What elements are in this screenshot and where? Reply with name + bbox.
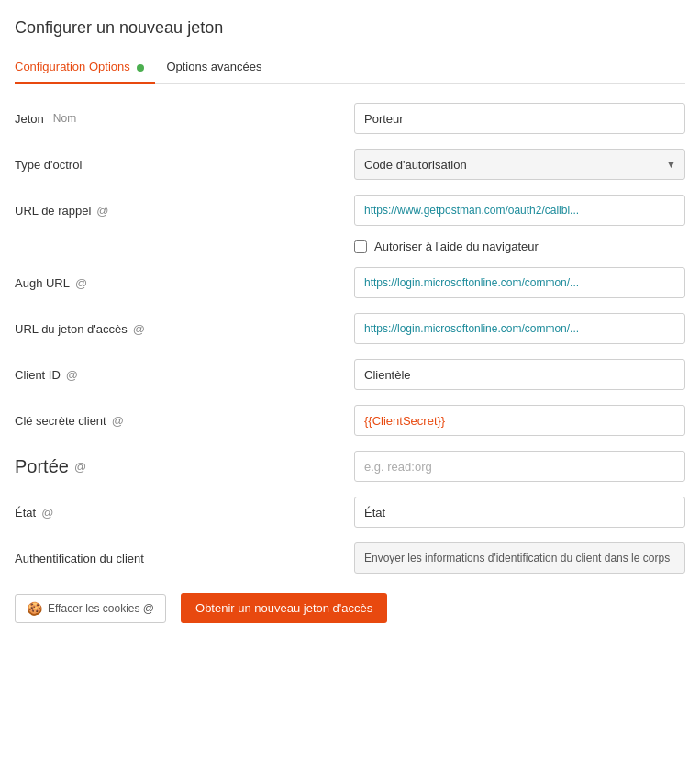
type-octroi-select-wrapper: Code d'autorisation Implicit Password Cr… [354, 149, 685, 180]
augh-url-row: Augh URL @ [15, 266, 685, 299]
autoriser-nav-checkbox[interactable] [354, 240, 367, 253]
jeton-nom-input[interactable] [354, 103, 685, 134]
footer-row: 🍪 Effacer les cookies @ Obtenir un nouve… [15, 593, 685, 623]
jeton-nom-row: Jeton Nom [15, 102, 685, 135]
portee-input[interactable] [354, 451, 685, 482]
cle-secrete-input[interactable] [354, 405, 685, 436]
tab-configuration-label: Configuration Options [15, 60, 130, 73]
url-jeton-label: URL du jeton d'accès @ [15, 322, 354, 336]
client-id-row: Client ID @ [15, 358, 685, 391]
clear-cookies-button[interactable]: 🍪 Effacer les cookies @ [15, 594, 166, 623]
get-token-button[interactable]: Obtenir un nouveau jeton d'accès [181, 593, 387, 623]
etat-row: État @ [15, 496, 685, 529]
tab-configuration[interactable]: Configuration Options [15, 52, 166, 83]
url-rappel-label: URL de rappel @ [15, 204, 354, 218]
autoriser-nav-row: Autoriser à l'aide du navigateur [354, 240, 685, 253]
get-token-label: Obtenir un nouveau jeton d'accès [195, 601, 372, 615]
tabs-row: Configuration Options Options avancées [15, 52, 685, 84]
jeton-nom-label: Jeton Nom [15, 112, 354, 126]
url-rappel-at: @ [96, 204, 108, 218]
auth-client-value[interactable]: Envoyer les informations d'identificatio… [354, 542, 685, 574]
auth-client-label: Authentification du client [15, 552, 354, 565]
autoriser-nav-label: Autoriser à l'aide du navigateur [374, 240, 539, 253]
form-body: Jeton Nom Type d'octroi Code d'autorisat… [15, 102, 685, 575]
cle-secrete-label: Clé secrète client @ [15, 414, 354, 428]
type-octroi-label: Type d'octroi [15, 158, 354, 172]
type-octroi-row: Type d'octroi Code d'autorisation Implic… [15, 148, 685, 181]
etat-input[interactable] [354, 497, 685, 528]
page-title: Configurer un nouveau jeton [15, 18, 685, 38]
url-jeton-row: URL du jeton d'accès @ [15, 312, 685, 345]
cle-secrete-row: Clé secrète client @ [15, 404, 685, 437]
client-id-at: @ [66, 368, 78, 382]
type-octroi-select[interactable]: Code d'autorisation Implicit Password Cr… [354, 149, 685, 180]
url-rappel-row: URL de rappel @ [15, 194, 685, 227]
client-id-input[interactable] [354, 359, 685, 390]
portee-at: @ [74, 460, 86, 474]
augh-url-input[interactable] [354, 267, 685, 298]
auth-client-row: Authentification du client Envoyer les i… [15, 542, 685, 575]
url-rappel-input[interactable] [354, 195, 685, 226]
augh-url-label: Augh URL @ [15, 276, 354, 290]
clear-cookies-label: Effacer les cookies @ [48, 602, 154, 615]
tab-dot-green [137, 64, 144, 72]
cle-secrete-at: @ [112, 414, 124, 428]
portee-row: Portée @ [15, 450, 685, 483]
etat-label: État @ [15, 506, 354, 520]
cookie-icon: 🍪 [27, 601, 42, 616]
url-jeton-input[interactable] [354, 313, 685, 344]
portee-label: Portée @ [15, 456, 354, 477]
tab-advanced-label: Options avancées [166, 60, 261, 73]
etat-at: @ [41, 506, 53, 520]
augh-url-at: @ [75, 276, 87, 290]
url-jeton-at: @ [133, 322, 145, 336]
client-id-label: Client ID @ [15, 368, 354, 382]
tab-advanced[interactable]: Options avancées [166, 52, 272, 83]
